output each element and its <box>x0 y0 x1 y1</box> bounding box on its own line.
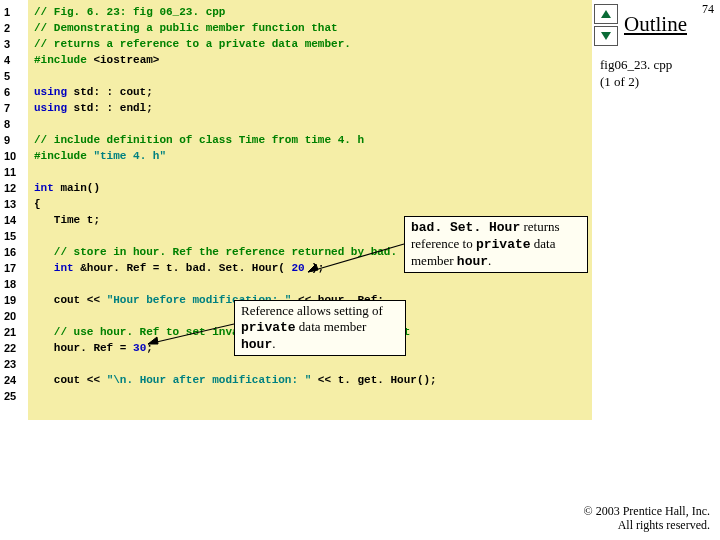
code-text: // include definition of class Time from… <box>34 134 364 146</box>
svg-marker-3 <box>148 337 158 344</box>
line-number: 18 <box>4 276 28 292</box>
triangle-down-icon <box>600 31 612 41</box>
code-text: #include <box>34 150 93 162</box>
code-text: // Fig. 6. 23: fig 06_23. cpp <box>34 6 225 18</box>
line-number-gutter: 1 2 3 4 5 6 7 8 9 10 11 12 13 14 15 16 1… <box>0 0 28 420</box>
line-number: 25 <box>4 388 28 404</box>
line-number: 11 <box>4 164 28 180</box>
line-number: 19 <box>4 292 28 308</box>
callout-box: Reference allows setting of private data… <box>234 300 406 356</box>
line-number: 17 <box>4 260 28 276</box>
callout-text: . <box>272 336 275 351</box>
code-panel: 1 2 3 4 5 6 7 8 9 10 11 12 13 14 15 16 1… <box>0 0 592 420</box>
arrow-icon <box>140 320 240 350</box>
code-text: // Demonstrating a public member functio… <box>34 22 338 34</box>
figure-label: fig06_23. cpp (1 of 2) <box>600 56 672 90</box>
line-number: 8 <box>4 116 28 132</box>
svg-marker-1 <box>308 264 318 272</box>
code-text: using <box>34 102 74 114</box>
callout-text: private <box>241 320 296 335</box>
copyright-line: All rights reserved. <box>584 518 710 532</box>
line-number: 21 <box>4 324 28 340</box>
line-number: 24 <box>4 372 28 388</box>
nav-prev-button[interactable] <box>594 4 618 24</box>
line-number: 14 <box>4 212 28 228</box>
line-number: 12 <box>4 180 28 196</box>
code-text: << t. get. Hour(); <box>311 374 436 386</box>
code-text: std: : endl; <box>74 102 153 114</box>
svg-marker-4 <box>601 10 611 18</box>
code-text: // returns a reference to a private data… <box>34 38 351 50</box>
code-text: std: : cout; <box>74 86 153 98</box>
svg-line-0 <box>308 244 404 272</box>
code-text: #include <box>34 54 93 66</box>
callout-text: private <box>476 237 531 252</box>
code-text: int <box>54 262 74 274</box>
svg-line-2 <box>148 324 234 344</box>
code-text: "\n. Hour after modification: " <box>107 374 312 386</box>
code-text: using <box>34 86 74 98</box>
code-text: int <box>34 182 54 194</box>
code-area: // Fig. 6. 23: fig 06_23. cpp // Demonst… <box>28 0 592 420</box>
line-number: 1 <box>4 4 28 20</box>
line-number: 22 <box>4 340 28 356</box>
line-number: 9 <box>4 132 28 148</box>
line-number: 2 <box>4 20 28 36</box>
code-text <box>34 262 54 274</box>
line-number: 6 <box>4 84 28 100</box>
callout-text: bad. Set. Hour <box>411 220 520 235</box>
code-text: { <box>34 198 41 210</box>
line-number: 23 <box>4 356 28 372</box>
slide-number: 74 <box>702 2 714 17</box>
nav-next-button[interactable] <box>594 26 618 46</box>
line-number: 13 <box>4 196 28 212</box>
line-number: 20 <box>4 308 28 324</box>
figure-page: (1 of 2) <box>600 73 672 90</box>
code-text: <iostream> <box>93 54 159 66</box>
code-text: hour. Ref = <box>34 342 133 354</box>
callout-text: data member <box>296 319 367 334</box>
line-number: 10 <box>4 148 28 164</box>
line-number: 5 <box>4 68 28 84</box>
code-text: cout << <box>34 374 107 386</box>
code-text: main() <box>54 182 100 194</box>
figure-filename: fig06_23. cpp <box>600 56 672 73</box>
callout-text: Reference allows setting of <box>241 303 383 318</box>
code-text: "time 4. h" <box>93 150 166 162</box>
callout-text: hour <box>457 254 488 269</box>
callout-text: . <box>488 253 491 268</box>
code-text: &hour. Ref = t. bad. Set. Hour( <box>74 262 292 274</box>
nav-buttons <box>594 4 618 48</box>
line-number: 7 <box>4 100 28 116</box>
outline-heading: Outline <box>624 12 687 37</box>
line-number: 16 <box>4 244 28 260</box>
triangle-up-icon <box>600 9 612 19</box>
line-number: 3 <box>4 36 28 52</box>
svg-marker-5 <box>601 32 611 40</box>
side-panel: Outline 74 fig06_23. cpp (1 of 2) <box>592 0 720 540</box>
code-text: Time t; <box>34 214 100 226</box>
line-number: 4 <box>4 52 28 68</box>
callout-text: hour <box>241 337 272 352</box>
line-number: 15 <box>4 228 28 244</box>
copyright: © 2003 Prentice Hall, Inc. All rights re… <box>584 504 710 532</box>
arrow-icon <box>300 240 410 280</box>
callout-box: bad. Set. Hour returns reference to priv… <box>404 216 588 273</box>
code-text: cout << <box>34 294 107 306</box>
copyright-line: © 2003 Prentice Hall, Inc. <box>584 504 710 518</box>
